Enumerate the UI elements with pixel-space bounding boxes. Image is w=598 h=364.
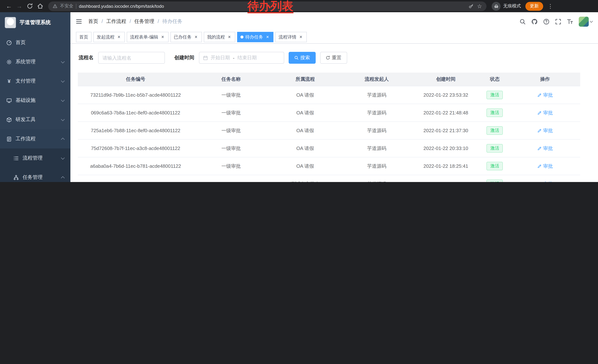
col-task-name: 任务名称: [193, 73, 269, 86]
sidebar-item-payment[interactable]: ¥ 支付管理: [0, 72, 70, 91]
breadcrumb-workflow[interactable]: 工作流程: [98, 18, 126, 25]
cell-task-name: 一级审批: [193, 104, 269, 122]
browser-reload-button[interactable]: [25, 1, 35, 11]
active-dot-icon: [241, 36, 243, 39]
tab-label: 流程详情: [279, 34, 296, 40]
approve-link[interactable]: 审批: [537, 180, 553, 182]
breadcrumb-home[interactable]: 首页: [88, 18, 98, 25]
cell-status: 激活: [480, 175, 510, 182]
sidebar-submenu-workflow: 流程管理 任务管理 我的流程 待办任务: [0, 148, 70, 182]
browser-forward-button[interactable]: →: [14, 1, 25, 11]
tab-form-edit[interactable]: 流程表单-编辑×: [127, 32, 169, 42]
tab-start-process[interactable]: 发起流程×: [93, 32, 125, 42]
browser-back-button[interactable]: ←: [4, 1, 14, 11]
home-icon: [37, 3, 43, 9]
avatar[interactable]: [579, 16, 589, 26]
close-icon[interactable]: ×: [265, 34, 270, 40]
sidebar-collapse-button[interactable]: [75, 18, 82, 25]
close-icon[interactable]: ×: [227, 34, 232, 40]
approve-link[interactable]: 审批: [537, 145, 553, 152]
sidebar-item-devtools[interactable]: 研发工具: [0, 110, 70, 129]
filter-form: 流程名 创建时间 开始日期 - 结束日期 搜索: [79, 52, 580, 64]
chevron-down-icon: [61, 59, 65, 63]
approve-link-label: 审批: [543, 180, 553, 182]
yen-icon: ¥: [6, 78, 12, 84]
approve-link[interactable]: 审批: [537, 109, 553, 116]
table-row: 75d72608-7b7f-11ec-a3c8-acde48001122 一级审…: [78, 139, 580, 157]
sidebar: 芋道管理系统 首页 系统管理 ¥ 支付管理 基础设施: [0, 12, 70, 182]
font-size-icon: [567, 18, 573, 25]
browser-home-button[interactable]: [35, 1, 45, 11]
header-search-button[interactable]: [519, 18, 526, 25]
cell-initiator: 芋道源码: [342, 157, 412, 175]
search-button[interactable]: 搜索: [288, 52, 316, 64]
close-icon[interactable]: ×: [193, 34, 199, 40]
sidebar-item-home[interactable]: 首页: [0, 33, 70, 52]
sidebar-item-task-mgmt[interactable]: 任务管理: [0, 168, 70, 182]
cell-task-name: 一级审批: [193, 157, 269, 175]
monitor-icon: [6, 97, 12, 103]
cell-task-name: 一级审批: [193, 86, 269, 104]
calendar-icon: [203, 55, 208, 60]
cell-created: 2022-01-22 21:37:30: [412, 122, 480, 139]
tab-label: 待办任务: [245, 34, 263, 40]
breadcrumb-task-mgmt[interactable]: 任务管理: [126, 18, 155, 25]
close-icon[interactable]: ×: [298, 34, 303, 40]
sidebar-item-label: 任务管理: [23, 174, 43, 181]
sidebar-item-label: 研发工具: [16, 116, 36, 123]
browser-menu-icon[interactable]: ⋮: [548, 3, 553, 9]
close-icon[interactable]: ×: [160, 34, 165, 40]
cell-initiator: 芋道源码: [342, 175, 412, 182]
cell-task-id: 73211d9d-7b9b-11ec-b5b7-acde48001122: [78, 86, 193, 104]
cell-action: 审批: [510, 157, 580, 175]
chevron-down-icon: [61, 117, 65, 121]
tab-home[interactable]: 首页: [76, 32, 91, 42]
sidebar-item-label: 流程管理: [23, 155, 43, 162]
reset-button[interactable]: 重置: [320, 52, 347, 64]
date-range-picker[interactable]: 开始日期 - 结束日期: [199, 52, 284, 64]
cell-created: 2022-01-22 21:48:48: [412, 104, 480, 122]
cell-created: 2022-01-21 22:43:55: [412, 175, 480, 182]
sidebar-item-infra[interactable]: 基础设施: [0, 91, 70, 110]
cell-process: OA 请假: [269, 139, 342, 157]
font-size-button[interactable]: [567, 18, 573, 25]
approve-link[interactable]: 审批: [537, 92, 553, 98]
tab-my-process[interactable]: 我的流程×: [204, 32, 235, 42]
browser-chrome: ← → 不安全 dashboard.yudao.iocoder.cn/bpm/t…: [0, 0, 598, 12]
table-header-row: 任务编号 任务名称 所属流程 流程发起人 创建时间 状态 操作: [78, 73, 580, 86]
fullscreen-button[interactable]: [555, 18, 561, 25]
main-area: 首页 工作流程 任务管理 待办任务: [70, 12, 598, 182]
process-name-input[interactable]: [98, 52, 165, 64]
address-bar[interactable]: 不安全 dashboard.yudao.iocoder.cn/bpm/task/…: [48, 1, 486, 11]
user-avatar-menu[interactable]: [579, 16, 592, 26]
bookmark-star-icon[interactable]: ☆: [477, 3, 482, 9]
chrome-right-tools: 无痕模式 更新 ⋮: [492, 2, 553, 11]
tab-process-detail[interactable]: 流程详情×: [275, 32, 307, 42]
update-label: 更新: [530, 3, 539, 9]
sidebar-item-system[interactable]: 系统管理: [0, 52, 70, 72]
chevron-down-icon: [61, 79, 65, 82]
incognito-badge: 无痕模式: [492, 2, 521, 11]
clipboard-icon: [6, 136, 12, 142]
browser-update-button[interactable]: 更新: [525, 2, 543, 11]
status-badge: 激活: [487, 108, 503, 117]
approve-link[interactable]: 审批: [537, 127, 553, 134]
close-icon[interactable]: ×: [116, 34, 122, 40]
approve-link[interactable]: 审批: [537, 163, 553, 170]
cell-process: OA 请假: [269, 86, 342, 104]
cell-task-id: a6aba0a4-7b6d-11ec-b781-acde48001122: [78, 157, 193, 175]
docs-help-button[interactable]: [543, 18, 549, 25]
key-icon[interactable]: [468, 4, 473, 8]
github-button[interactable]: [531, 18, 538, 25]
list-icon: [13, 155, 19, 161]
tab-todo-task[interactable]: 待办任务×: [237, 32, 274, 42]
sidebar-item-workflow[interactable]: 工作流程: [0, 129, 70, 148]
security-label: 不安全: [60, 3, 73, 9]
logo-image: [5, 17, 16, 28]
cell-process: OA 请假: [269, 122, 342, 139]
sidebar-item-process-mgmt[interactable]: 流程管理: [0, 148, 70, 168]
tab-done-task[interactable]: 已办任务×: [170, 32, 202, 42]
cell-task-name: 1.2: [193, 175, 269, 182]
edit-icon: [537, 146, 542, 151]
question-icon: [543, 18, 549, 25]
